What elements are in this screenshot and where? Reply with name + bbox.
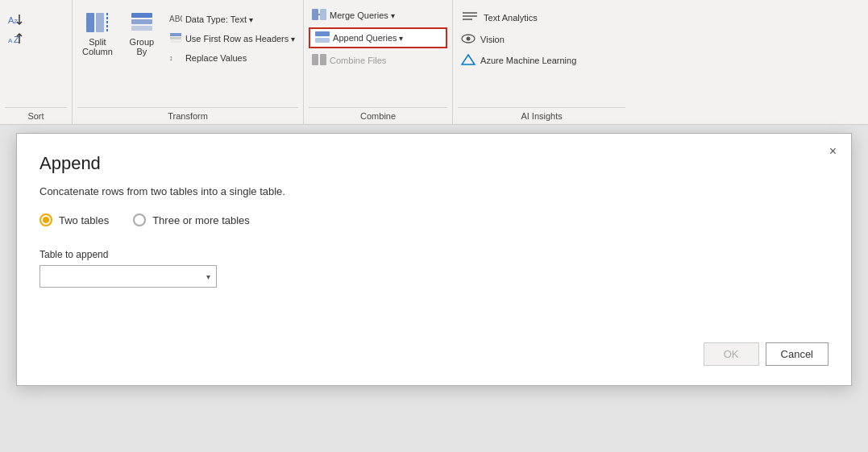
transform-right-buttons: ABC Data Type: Text Use First Row as Hea…: [166, 6, 298, 66]
azure-ml-icon: [461, 54, 476, 67]
sort-desc-button[interactable]: A Z: [5, 31, 26, 48]
table-to-append-label: Table to append: [39, 249, 829, 260]
use-first-row-label: Use First Row as Headers: [185, 34, 295, 44]
svg-rect-17: [312, 9, 318, 20]
svg-text:Z: Z: [14, 35, 19, 44]
vision-icon: [461, 33, 476, 46]
replace-values-label: Replace Values: [185, 53, 247, 63]
radio-two-tables[interactable]: Two tables: [39, 214, 109, 226]
use-first-row-button[interactable]: Use First Row as Headers: [166, 31, 298, 47]
svg-point-28: [467, 37, 471, 41]
combine-files-button[interactable]: Combine Files: [309, 52, 447, 69]
merge-queries-button[interactable]: Merge Queries: [309, 6, 447, 24]
replace-values-icon: ↕: [169, 52, 182, 64]
table-to-append-select[interactable]: [39, 265, 217, 288]
ribbon: A Z A Z: [0, 0, 868, 125]
sort-desc-icon: A Z: [8, 32, 23, 47]
svg-text:ABC: ABC: [169, 15, 182, 23]
dialog-close-button[interactable]: ×: [824, 142, 841, 161]
radio-three-or-more[interactable]: Three or more tables: [133, 214, 250, 226]
svg-rect-13: [170, 33, 181, 36]
sort-asc-icon: A Z: [8, 13, 23, 27]
ai-insights-group: Text Analytics Vision: [453, 0, 630, 124]
data-type-label: Data Type: Text: [185, 15, 253, 24]
group-by-label: Group By: [130, 37, 155, 56]
ai-insights-group-label: AI Insights: [458, 107, 625, 124]
text-analytics-label: Text Analytics: [484, 13, 538, 23]
dialog-subtitle: Concatenate rows from two tables into a …: [39, 185, 829, 197]
svg-marker-29: [462, 55, 475, 64]
merge-queries-label: Merge Queries: [330, 10, 395, 20]
svg-rect-18: [320, 9, 326, 20]
sort-group-label: Sort: [5, 107, 67, 124]
combine-group-label: Combine: [309, 107, 447, 124]
sort-asc-button[interactable]: A Z: [5, 11, 26, 29]
transform-group: Split Column Group By ABC Data Type: Tex…: [73, 0, 304, 124]
svg-rect-15: [170, 40, 181, 43]
merge-queries-icon: [312, 9, 326, 22]
azure-ml-label: Azure Machine Learning: [480, 56, 576, 65]
dialog-title: Append: [39, 153, 829, 174]
combine-buttons: Merge Queries Append Queries: [309, 3, 447, 69]
vision-button[interactable]: Vision: [458, 31, 625, 48]
append-queries-button[interactable]: Append Queries: [309, 27, 447, 48]
split-column-button[interactable]: Split Column: [77, 6, 118, 60]
radio-three-or-more-circle: [133, 214, 146, 226]
svg-rect-20: [315, 31, 330, 36]
text-analytics-icon: [461, 10, 479, 25]
use-first-row-icon: [169, 32, 182, 45]
svg-rect-7: [96, 13, 104, 32]
svg-text:Z: Z: [14, 18, 18, 25]
split-column-label: Split Column: [82, 37, 113, 56]
svg-rect-21: [315, 38, 330, 43]
transform-group-label: Transform: [77, 107, 298, 124]
radio-three-or-more-label: Three or more tables: [152, 214, 250, 226]
combine-files-label: Combine Files: [330, 56, 386, 65]
dialog-footer: OK Cancel: [39, 336, 829, 366]
radio-group: Two tables Three or more tables: [39, 214, 829, 226]
svg-text:↕: ↕: [169, 54, 173, 62]
svg-rect-6: [86, 13, 94, 32]
svg-text:A: A: [8, 37, 13, 44]
ai-buttons: Text Analytics Vision: [458, 3, 625, 69]
table-to-append-dropdown-container: ▾: [39, 265, 217, 288]
azure-ml-button[interactable]: Azure Machine Learning: [458, 52, 625, 69]
cancel-button[interactable]: Cancel: [766, 342, 829, 366]
group-by-button[interactable]: Group By: [124, 6, 160, 60]
append-queries-icon: [315, 31, 330, 44]
replace-values-button[interactable]: ↕ Replace Values: [166, 50, 298, 66]
svg-rect-22: [312, 54, 318, 65]
sort-group: A Z A Z: [0, 0, 73, 124]
combine-group: Merge Queries Append Queries: [304, 0, 453, 124]
svg-rect-10: [131, 19, 152, 24]
svg-rect-23: [320, 54, 326, 65]
vision-label: Vision: [480, 35, 505, 44]
radio-two-tables-circle: [39, 214, 52, 226]
sort-buttons: A Z A Z: [5, 3, 26, 48]
radio-two-tables-label: Two tables: [59, 214, 109, 226]
svg-rect-9: [131, 13, 152, 18]
data-type-icon: ABC: [169, 13, 182, 26]
svg-rect-11: [131, 26, 152, 31]
ok-button[interactable]: OK: [704, 342, 759, 366]
data-type-button[interactable]: ABC Data Type: Text: [166, 11, 298, 27]
append-queries-label: Append Queries: [333, 33, 403, 43]
combine-files-icon: [312, 54, 326, 67]
append-dialog: × Append Concatenate rows from two table…: [16, 133, 852, 386]
svg-rect-14: [170, 37, 181, 39]
dialog-overlay: × Append Concatenate rows from two table…: [0, 125, 868, 452]
text-analytics-button[interactable]: Text Analytics: [458, 8, 625, 27]
